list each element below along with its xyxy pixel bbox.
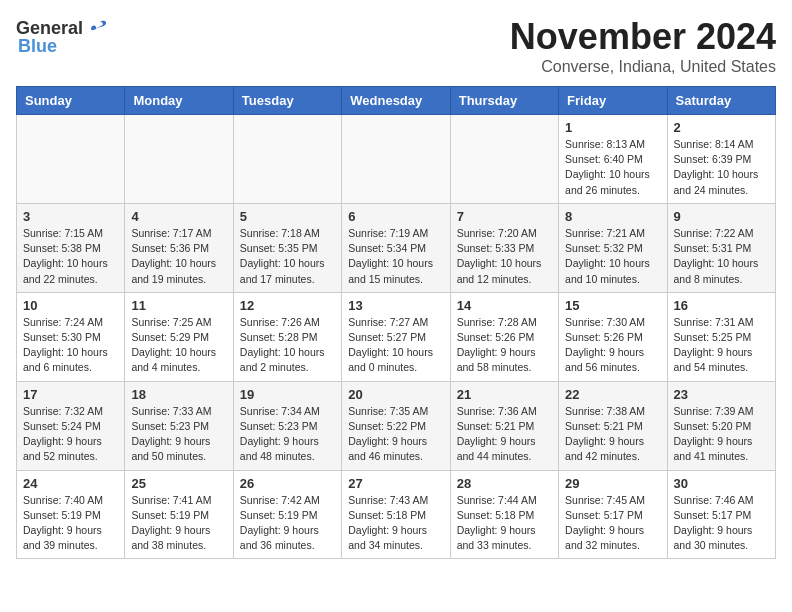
calendar-cell: 29Sunrise: 7:45 AM Sunset: 5:17 PM Dayli… xyxy=(559,470,667,559)
calendar-cell xyxy=(342,115,450,204)
day-info: Sunrise: 7:33 AM Sunset: 5:23 PM Dayligh… xyxy=(131,404,226,465)
calendar-cell: 16Sunrise: 7:31 AM Sunset: 5:25 PM Dayli… xyxy=(667,292,775,381)
calendar-cell: 18Sunrise: 7:33 AM Sunset: 5:23 PM Dayli… xyxy=(125,381,233,470)
calendar-header-wednesday: Wednesday xyxy=(342,87,450,115)
day-info: Sunrise: 7:40 AM Sunset: 5:19 PM Dayligh… xyxy=(23,493,118,554)
day-info: Sunrise: 7:18 AM Sunset: 5:35 PM Dayligh… xyxy=(240,226,335,287)
day-info: Sunrise: 7:21 AM Sunset: 5:32 PM Dayligh… xyxy=(565,226,660,287)
month-title: November 2024 xyxy=(510,16,776,58)
calendar-header-tuesday: Tuesday xyxy=(233,87,341,115)
day-info: Sunrise: 7:34 AM Sunset: 5:23 PM Dayligh… xyxy=(240,404,335,465)
day-info: Sunrise: 7:17 AM Sunset: 5:36 PM Dayligh… xyxy=(131,226,226,287)
day-number: 19 xyxy=(240,387,335,402)
day-number: 13 xyxy=(348,298,443,313)
day-number: 23 xyxy=(674,387,769,402)
day-number: 6 xyxy=(348,209,443,224)
day-info: Sunrise: 7:42 AM Sunset: 5:19 PM Dayligh… xyxy=(240,493,335,554)
calendar-cell: 11Sunrise: 7:25 AM Sunset: 5:29 PM Dayli… xyxy=(125,292,233,381)
calendar-cell xyxy=(450,115,558,204)
calendar-header-thursday: Thursday xyxy=(450,87,558,115)
day-number: 11 xyxy=(131,298,226,313)
day-info: Sunrise: 7:36 AM Sunset: 5:21 PM Dayligh… xyxy=(457,404,552,465)
day-info: Sunrise: 7:30 AM Sunset: 5:26 PM Dayligh… xyxy=(565,315,660,376)
day-info: Sunrise: 7:38 AM Sunset: 5:21 PM Dayligh… xyxy=(565,404,660,465)
day-number: 25 xyxy=(131,476,226,491)
day-info: Sunrise: 7:20 AM Sunset: 5:33 PM Dayligh… xyxy=(457,226,552,287)
calendar-cell: 27Sunrise: 7:43 AM Sunset: 5:18 PM Dayli… xyxy=(342,470,450,559)
calendar-cell: 1Sunrise: 8:13 AM Sunset: 6:40 PM Daylig… xyxy=(559,115,667,204)
day-number: 29 xyxy=(565,476,660,491)
calendar-cell xyxy=(17,115,125,204)
day-info: Sunrise: 7:28 AM Sunset: 5:26 PM Dayligh… xyxy=(457,315,552,376)
logo: General Blue xyxy=(16,16,109,57)
calendar-cell: 20Sunrise: 7:35 AM Sunset: 5:22 PM Dayli… xyxy=(342,381,450,470)
page-header: General Blue November 2024 Converse, Ind… xyxy=(16,16,776,76)
calendar-cell: 9Sunrise: 7:22 AM Sunset: 5:31 PM Daylig… xyxy=(667,203,775,292)
day-number: 4 xyxy=(131,209,226,224)
day-number: 15 xyxy=(565,298,660,313)
calendar-cell: 28Sunrise: 7:44 AM Sunset: 5:18 PM Dayli… xyxy=(450,470,558,559)
calendar-cell: 19Sunrise: 7:34 AM Sunset: 5:23 PM Dayli… xyxy=(233,381,341,470)
calendar-cell: 6Sunrise: 7:19 AM Sunset: 5:34 PM Daylig… xyxy=(342,203,450,292)
calendar-cell: 13Sunrise: 7:27 AM Sunset: 5:27 PM Dayli… xyxy=(342,292,450,381)
calendar-table: SundayMondayTuesdayWednesdayThursdayFrid… xyxy=(16,86,776,559)
day-info: Sunrise: 8:13 AM Sunset: 6:40 PM Dayligh… xyxy=(565,137,660,198)
calendar-cell: 24Sunrise: 7:40 AM Sunset: 5:19 PM Dayli… xyxy=(17,470,125,559)
day-info: Sunrise: 7:45 AM Sunset: 5:17 PM Dayligh… xyxy=(565,493,660,554)
day-number: 22 xyxy=(565,387,660,402)
day-number: 14 xyxy=(457,298,552,313)
day-number: 5 xyxy=(240,209,335,224)
day-number: 20 xyxy=(348,387,443,402)
calendar-week-row: 3Sunrise: 7:15 AM Sunset: 5:38 PM Daylig… xyxy=(17,203,776,292)
calendar-header-friday: Friday xyxy=(559,87,667,115)
logo-blue-text: Blue xyxy=(18,36,57,57)
day-info: Sunrise: 7:31 AM Sunset: 5:25 PM Dayligh… xyxy=(674,315,769,376)
day-info: Sunrise: 8:14 AM Sunset: 6:39 PM Dayligh… xyxy=(674,137,769,198)
calendar-cell: 23Sunrise: 7:39 AM Sunset: 5:20 PM Dayli… xyxy=(667,381,775,470)
calendar-cell: 22Sunrise: 7:38 AM Sunset: 5:21 PM Dayli… xyxy=(559,381,667,470)
calendar-cell: 7Sunrise: 7:20 AM Sunset: 5:33 PM Daylig… xyxy=(450,203,558,292)
day-info: Sunrise: 7:43 AM Sunset: 5:18 PM Dayligh… xyxy=(348,493,443,554)
day-number: 16 xyxy=(674,298,769,313)
calendar-cell: 3Sunrise: 7:15 AM Sunset: 5:38 PM Daylig… xyxy=(17,203,125,292)
calendar-cell: 10Sunrise: 7:24 AM Sunset: 5:30 PM Dayli… xyxy=(17,292,125,381)
day-number: 9 xyxy=(674,209,769,224)
day-info: Sunrise: 7:26 AM Sunset: 5:28 PM Dayligh… xyxy=(240,315,335,376)
calendar-cell: 5Sunrise: 7:18 AM Sunset: 5:35 PM Daylig… xyxy=(233,203,341,292)
day-info: Sunrise: 7:41 AM Sunset: 5:19 PM Dayligh… xyxy=(131,493,226,554)
day-info: Sunrise: 7:32 AM Sunset: 5:24 PM Dayligh… xyxy=(23,404,118,465)
day-info: Sunrise: 7:27 AM Sunset: 5:27 PM Dayligh… xyxy=(348,315,443,376)
day-number: 21 xyxy=(457,387,552,402)
calendar-header-monday: Monday xyxy=(125,87,233,115)
day-info: Sunrise: 7:44 AM Sunset: 5:18 PM Dayligh… xyxy=(457,493,552,554)
day-number: 30 xyxy=(674,476,769,491)
day-number: 1 xyxy=(565,120,660,135)
day-info: Sunrise: 7:35 AM Sunset: 5:22 PM Dayligh… xyxy=(348,404,443,465)
calendar-week-row: 17Sunrise: 7:32 AM Sunset: 5:24 PM Dayli… xyxy=(17,381,776,470)
calendar-week-row: 24Sunrise: 7:40 AM Sunset: 5:19 PM Dayli… xyxy=(17,470,776,559)
calendar-header-saturday: Saturday xyxy=(667,87,775,115)
calendar-cell: 25Sunrise: 7:41 AM Sunset: 5:19 PM Dayli… xyxy=(125,470,233,559)
calendar-cell xyxy=(233,115,341,204)
day-info: Sunrise: 7:24 AM Sunset: 5:30 PM Dayligh… xyxy=(23,315,118,376)
day-info: Sunrise: 7:46 AM Sunset: 5:17 PM Dayligh… xyxy=(674,493,769,554)
calendar-header-row: SundayMondayTuesdayWednesdayThursdayFrid… xyxy=(17,87,776,115)
day-number: 24 xyxy=(23,476,118,491)
day-info: Sunrise: 7:39 AM Sunset: 5:20 PM Dayligh… xyxy=(674,404,769,465)
day-number: 28 xyxy=(457,476,552,491)
calendar-cell: 26Sunrise: 7:42 AM Sunset: 5:19 PM Dayli… xyxy=(233,470,341,559)
day-info: Sunrise: 7:15 AM Sunset: 5:38 PM Dayligh… xyxy=(23,226,118,287)
day-number: 10 xyxy=(23,298,118,313)
day-number: 8 xyxy=(565,209,660,224)
day-number: 26 xyxy=(240,476,335,491)
calendar-cell: 4Sunrise: 7:17 AM Sunset: 5:36 PM Daylig… xyxy=(125,203,233,292)
calendar-cell: 2Sunrise: 8:14 AM Sunset: 6:39 PM Daylig… xyxy=(667,115,775,204)
calendar-cell: 17Sunrise: 7:32 AM Sunset: 5:24 PM Dayli… xyxy=(17,381,125,470)
day-info: Sunrise: 7:19 AM Sunset: 5:34 PM Dayligh… xyxy=(348,226,443,287)
day-number: 27 xyxy=(348,476,443,491)
calendar-cell: 21Sunrise: 7:36 AM Sunset: 5:21 PM Dayli… xyxy=(450,381,558,470)
day-number: 18 xyxy=(131,387,226,402)
calendar-cell: 15Sunrise: 7:30 AM Sunset: 5:26 PM Dayli… xyxy=(559,292,667,381)
location: Converse, Indiana, United States xyxy=(510,58,776,76)
calendar-cell: 8Sunrise: 7:21 AM Sunset: 5:32 PM Daylig… xyxy=(559,203,667,292)
